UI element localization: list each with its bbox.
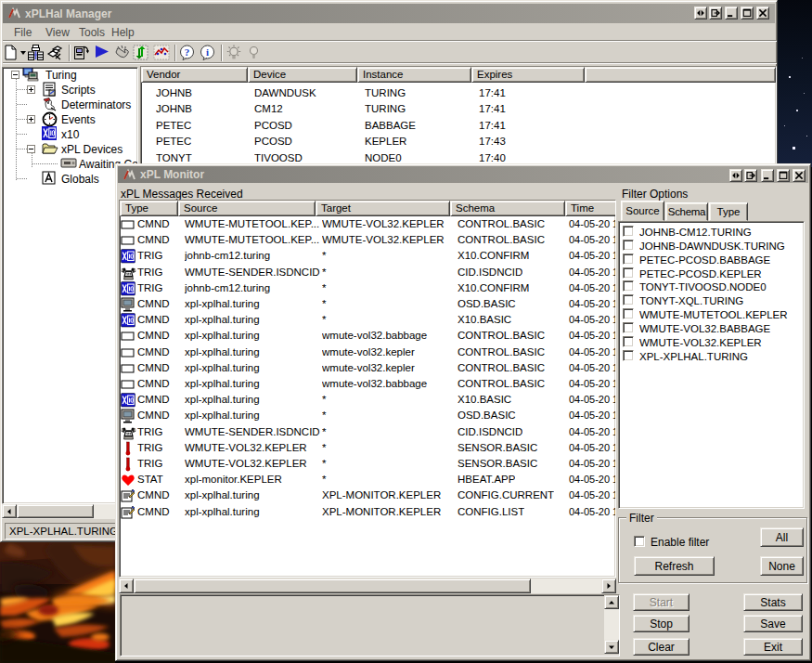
- svg-text:?: ?: [185, 46, 190, 58]
- svg-text:i: i: [206, 46, 209, 58]
